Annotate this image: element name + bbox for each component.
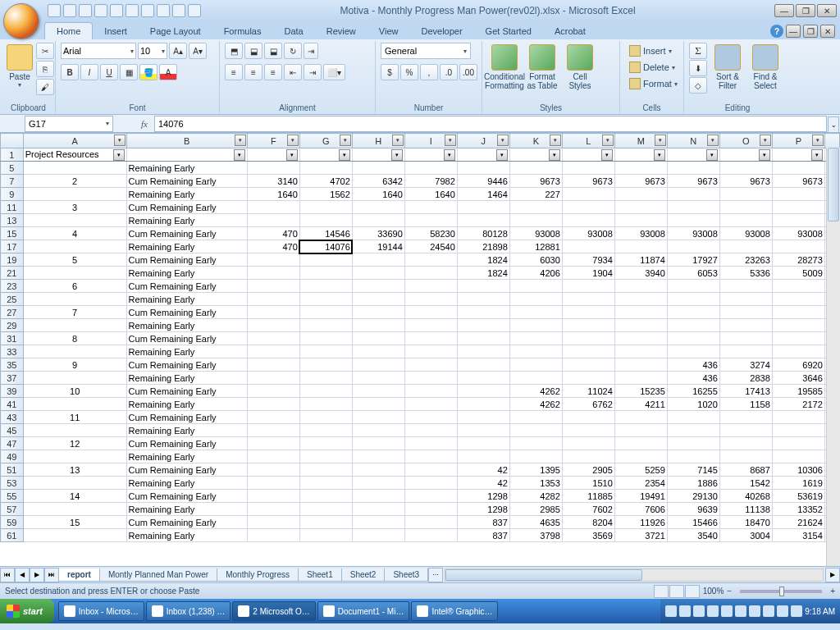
tray-icon[interactable] — [749, 605, 760, 617]
cell[interactable] — [509, 319, 562, 332]
cell[interactable]: 21898 — [457, 240, 509, 253]
cell[interactable]: 80128 — [457, 227, 509, 240]
cell[interactable] — [614, 345, 667, 358]
cell[interactable] — [509, 358, 562, 372]
cell[interactable]: 1904 — [562, 267, 614, 280]
column-header-B[interactable]: B▾ — [126, 134, 247, 148]
cell[interactable]: 13 — [23, 463, 126, 477]
insert-cells-button[interactable]: Insert▾ — [625, 43, 676, 59]
sort-filter-button[interactable]: Sort & Filter — [710, 43, 745, 95]
cell[interactable]: ▾ — [404, 148, 457, 162]
cell[interactable] — [23, 293, 126, 306]
cell[interactable] — [404, 503, 457, 516]
cell[interactable] — [352, 385, 404, 398]
column-header-G[interactable]: G▾ — [299, 134, 352, 148]
filter-dropdown-icon[interactable]: ▾ — [392, 135, 404, 146]
format-as-table-button[interactable]: Format as Table — [525, 43, 559, 95]
row-header[interactable]: 29 — [1, 319, 24, 332]
cell[interactable]: 1886 — [667, 477, 719, 490]
cell[interactable]: 3154 — [772, 529, 824, 542]
cell[interactable] — [299, 280, 352, 293]
zoom-level[interactable]: 100% — [703, 587, 724, 596]
tray-icon[interactable] — [665, 605, 677, 617]
cell[interactable] — [299, 385, 352, 398]
row-header[interactable]: 25 — [1, 293, 24, 306]
cell[interactable] — [457, 450, 509, 463]
cell[interactable] — [247, 516, 299, 529]
zoom-slider[interactable] — [740, 590, 822, 593]
cell[interactable]: 1542 — [719, 477, 772, 490]
cell[interactable] — [247, 332, 299, 345]
cell[interactable]: 93008 — [667, 227, 719, 240]
cell[interactable]: ▾ — [352, 148, 404, 162]
cell[interactable]: 11874 — [614, 253, 667, 267]
row-header[interactable]: 45 — [1, 424, 24, 437]
cell[interactable]: 12 — [23, 437, 126, 450]
cell[interactable] — [352, 253, 404, 267]
cell[interactable] — [352, 306, 404, 319]
cell[interactable]: Project Resources▾ — [23, 148, 126, 162]
cell[interactable] — [719, 293, 772, 306]
row-header[interactable]: 13 — [1, 214, 24, 227]
cell[interactable]: 7606 — [614, 503, 667, 516]
cell[interactable]: Cum Remaining Early — [126, 227, 247, 240]
row-header[interactable]: 41 — [1, 398, 24, 411]
cell[interactable]: 7 — [23, 306, 126, 319]
cell[interactable] — [614, 319, 667, 332]
cell[interactable] — [562, 214, 614, 227]
row-header[interactable]: 49 — [1, 450, 24, 463]
fx-icon[interactable]: fx — [136, 116, 153, 132]
cell[interactable]: 17927 — [667, 253, 719, 267]
row-header[interactable]: 19 — [1, 253, 24, 267]
office-button[interactable] — [3, 3, 39, 39]
cell[interactable] — [719, 411, 772, 424]
tab-acrobat[interactable]: Acrobat — [543, 23, 597, 39]
comma-icon[interactable]: , — [420, 64, 438, 80]
cell[interactable] — [719, 280, 772, 293]
cell[interactable]: Remaining Early — [126, 188, 247, 201]
cell[interactable]: 3721 — [614, 529, 667, 542]
cell[interactable] — [457, 358, 509, 372]
cell[interactable] — [457, 293, 509, 306]
cell[interactable]: 8 — [23, 332, 126, 345]
number-format-select[interactable]: General▾ — [381, 43, 471, 59]
cell[interactable]: 9673 — [509, 175, 562, 188]
cell[interactable] — [614, 358, 667, 372]
minimize-button[interactable]: — — [774, 4, 794, 17]
cell[interactable]: 2905 — [562, 463, 614, 477]
font-name-select[interactable]: Arial▾ — [61, 43, 136, 59]
cell[interactable] — [404, 358, 457, 372]
cell[interactable] — [352, 201, 404, 214]
cell[interactable]: 29130 — [667, 490, 719, 503]
fill-color-button[interactable]: 🪣 — [139, 64, 158, 80]
doc-minimize-button[interactable]: — — [786, 25, 801, 38]
clock[interactable]: 9:18 AM — [805, 607, 835, 616]
cell[interactable] — [772, 162, 824, 175]
cell[interactable] — [509, 293, 562, 306]
cell[interactable]: 837 — [457, 529, 509, 542]
cell[interactable]: 15 — [23, 516, 126, 529]
cell[interactable]: 3569 — [562, 529, 614, 542]
cell[interactable] — [23, 214, 126, 227]
qat-icon[interactable] — [172, 4, 185, 17]
cell[interactable] — [247, 306, 299, 319]
row-header[interactable]: 55 — [1, 490, 24, 503]
cell[interactable]: 5 — [23, 253, 126, 267]
cell[interactable] — [352, 477, 404, 490]
cell[interactable] — [614, 280, 667, 293]
filter-dropdown-icon[interactable]: ▾ — [812, 135, 824, 146]
cell[interactable] — [352, 503, 404, 516]
cell[interactable] — [457, 411, 509, 424]
tray-icon[interactable] — [693, 605, 705, 617]
cell[interactable] — [772, 306, 824, 319]
cell[interactable]: ▾ — [126, 148, 247, 162]
cell[interactable] — [247, 372, 299, 385]
row-header[interactable]: 17 — [1, 240, 24, 253]
cell[interactable]: 8687 — [719, 463, 772, 477]
row-header[interactable]: 5 — [1, 162, 24, 175]
copy-icon[interactable]: ⎘ — [36, 61, 54, 77]
cell[interactable] — [23, 477, 126, 490]
cell[interactable]: 14546 — [299, 227, 352, 240]
sheet-tab-montly-planned-man-power[interactable]: Montly Planned Man Power — [99, 568, 217, 582]
cell[interactable]: Cum Remaining Early — [126, 437, 247, 450]
